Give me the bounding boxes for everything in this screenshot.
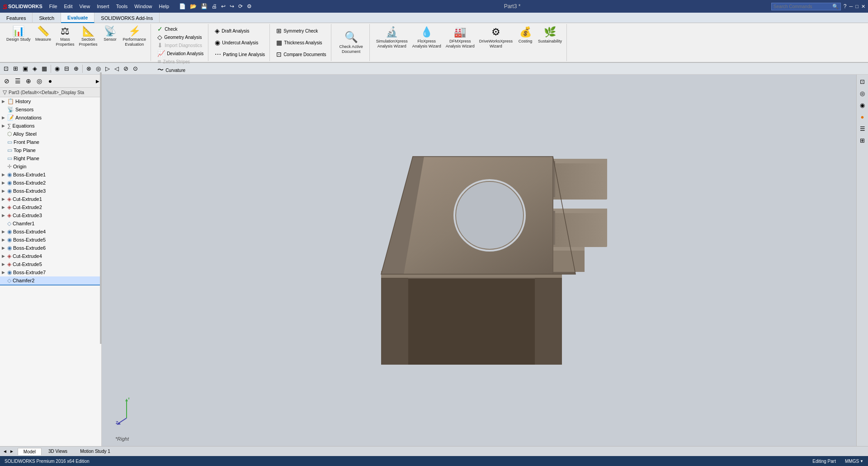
undercut-analysis-btn[interactable]: ◉ Undercut Analysis [213,38,267,47]
costing-btn[interactable]: 💰 Costing [515,25,535,45]
tree-item-cut-extrude4[interactable]: ▶ ◈ Cut-Extrude4 [0,252,101,260]
units-selector[interactable]: MMGS ▼ [845,459,863,464]
tree-item-origin[interactable]: ✛ Origin [0,162,101,171]
tree-item-annotations[interactable]: ▶ 📝 Annotations [0,114,101,122]
tree-list[interactable]: ▶ 📋 History 📡 Sensors ▶ 📝 Annotations ▶ … [0,97,101,446]
vt-btn-14[interactable]: ⊙ [131,64,140,73]
performance-evaluation-btn[interactable]: ⚡ PerformanceEvaluation [121,25,148,48]
tab-evaluate[interactable]: Evaluate [61,13,94,23]
tab-nav-prev[interactable]: ◄ [2,449,8,454]
new-icon[interactable]: 📄 [178,3,187,10]
parting-line-analysis-btn[interactable]: ⋯ Parting Line Analysis [213,50,267,58]
open-icon[interactable]: 📂 [189,3,198,10]
tree-item-history[interactable]: ▶ 📋 History [0,97,101,105]
tree-item-boss-extrude5[interactable]: ▶ ◉ Boss-Extrude5 [0,236,101,244]
section-properties-btn[interactable]: 📐 SectionProperties [77,25,99,48]
floXpress-btn[interactable]: 💧 FloXpressAnalysis Wizard [410,25,443,50]
tree-item-cut-extrude1[interactable]: ▶ ◈ Cut-Extrude1 [0,195,101,203]
check-btn[interactable]: ✓ Check [156,25,205,33]
menu-edit[interactable]: Edit [61,3,76,10]
sensor-btn[interactable]: 📡 Sensor [100,25,120,43]
rebuild-icon[interactable]: ⟳ [237,3,244,10]
tree-item-cut-extrude2[interactable]: ▶ ◈ Cut-Extrude2 [0,203,101,211]
tab-3d-views[interactable]: 3D Views [42,447,73,455]
tab-nav-next[interactable]: ► [9,449,15,454]
menu-view[interactable]: View [76,3,94,10]
simulationxpress-btn[interactable]: 🔬 SimulationXpressAnalysis Wizard [374,25,410,50]
vt-btn-4[interactable]: ◈ [31,64,39,73]
check-active-document-btn[interactable]: 🔍 Check ActiveDocument [337,29,366,56]
close-btn[interactable]: ✕ [861,4,865,10]
rp-btn-2[interactable]: ◎ [858,88,868,98]
menu-window[interactable]: Window [131,3,155,10]
menu-insert[interactable]: Insert [94,3,113,10]
dfmxpress-btn[interactable]: 🏭 DFMXpressAnalysis Wizard [444,25,476,50]
filter-btn[interactable]: ⊘ [2,76,12,86]
tree-item-chamfer1[interactable]: ◇ Chamfer1 [0,219,101,228]
design-study-btn[interactable]: 📊 Design Study [5,25,33,43]
geometry-analysis-btn[interactable]: ◇ Geometry Analysis [156,33,205,41]
deviation-analysis-btn[interactable]: 📈 Deviation Analysis [156,49,205,57]
rp-btn-6[interactable]: ⊞ [858,135,868,145]
symmetry-check-btn[interactable]: ⊞ Symmetry Check [274,27,328,35]
tree-item-front-plane[interactable]: ▭ Front Plane [0,138,101,146]
options-icon[interactable]: ⚙ [245,3,253,10]
tab-model[interactable]: Model [18,448,42,455]
list-view-btn[interactable]: ☰ [13,76,23,86]
tab-addins[interactable]: SOLIDWORKS Add-Ins [94,13,160,23]
minimize-btn[interactable]: ─ [849,4,853,9]
save-icon[interactable]: 💾 [199,3,209,10]
menu-tools[interactable]: Tools [113,3,131,10]
tree-item-chamfer2[interactable]: ◇ Chamfer2 [0,276,101,285]
tree-item-boss-extrude2[interactable]: ▶ ◉ Boss-Extrude2 [0,179,101,187]
tree-item-boss-extrude1[interactable]: ▶ ◉ Boss-Extrude1 [0,171,101,179]
tab-features[interactable]: Features [0,13,33,23]
compare-documents-btn[interactable]: ⊡ Compare Documents [274,50,328,58]
vt-btn-8[interactable]: ⊕ [72,64,80,73]
curvature-btn[interactable]: 〜 Curvature [156,66,205,75]
tree-item-alloy-steel[interactable]: ⬡ Alloy Steel [0,130,101,138]
vt-btn-10[interactable]: ◎ [94,64,103,73]
vt-btn-5[interactable]: ▦ [40,64,49,73]
undo-icon[interactable]: ↩ [220,3,227,10]
viewport[interactable]: Y Z *Right [102,75,856,446]
tree-item-boss-extrude4[interactable]: ▶ ◉ Boss-Extrude4 [0,228,101,236]
vt-btn-9[interactable]: ⊗ [85,64,93,73]
print-icon[interactable]: 🖨 [210,3,218,10]
rp-btn-4[interactable]: ● [858,112,868,122]
menu-help[interactable]: Help [156,3,172,10]
vt-btn-7[interactable]: ⊟ [62,64,71,73]
tree-expand-arrow[interactable]: ▶ [96,79,99,84]
rp-btn-1[interactable]: ⊡ [858,76,868,86]
measure-btn[interactable]: 📏 Measure [33,25,53,43]
menu-file[interactable]: File [46,3,61,10]
driveworksxpress-btn[interactable]: ⚙ DriveWorksXpressWizard [477,25,514,50]
vt-btn-3[interactable]: ▣ [21,64,30,73]
tree-item-right-plane[interactable]: ▭ Right Plane [0,154,101,162]
help-icon[interactable]: ? [844,3,847,10]
vt-btn-1[interactable]: ⊡ [2,64,10,73]
vt-btn-6[interactable]: ◉ [53,64,61,73]
draft-analysis-btn[interactable]: ◈ Draft Analysis [213,27,267,35]
search-input[interactable] [774,4,832,9]
tree-view-btn[interactable]: ⊕ [24,76,33,86]
restore-btn[interactable]: □ [855,4,859,9]
tree-item-cut-extrude3[interactable]: ▶ ◈ Cut-Extrude3 [0,211,101,219]
mass-properties-btn[interactable]: ⚖ MassProperties [54,25,76,48]
vt-btn-11[interactable]: ▷ [104,64,112,73]
tree-item-boss-extrude7[interactable]: ▶ ◉ Boss-Extrude7 [0,268,101,276]
rp-btn-3[interactable]: ◉ [858,100,868,110]
thickness-analysis-btn[interactable]: ▦ Thickness Analysis [274,38,328,47]
vt-btn-12[interactable]: ◁ [113,64,121,73]
vt-btn-13[interactable]: ⊘ [122,64,130,73]
tree-item-equations[interactable]: ▶ ∑ Equations [0,122,101,130]
rp-btn-5[interactable]: ☰ [858,124,868,133]
tree-item-boss-extrude6[interactable]: ▶ ◉ Boss-Extrude6 [0,244,101,252]
tree-item-cut-extrude5[interactable]: ▶ ◈ Cut-Extrude5 [0,260,101,268]
redo-icon[interactable]: ↪ [228,3,236,10]
tag-btn[interactable]: ◎ [34,76,44,86]
tab-sketch[interactable]: Sketch [33,13,61,23]
tab-motion-study[interactable]: Motion Study 1 [74,447,116,455]
vt-btn-2[interactable]: ⊞ [11,64,20,73]
zebra-stripes-btn[interactable]: ≡ Zebra Stripes [156,57,205,66]
